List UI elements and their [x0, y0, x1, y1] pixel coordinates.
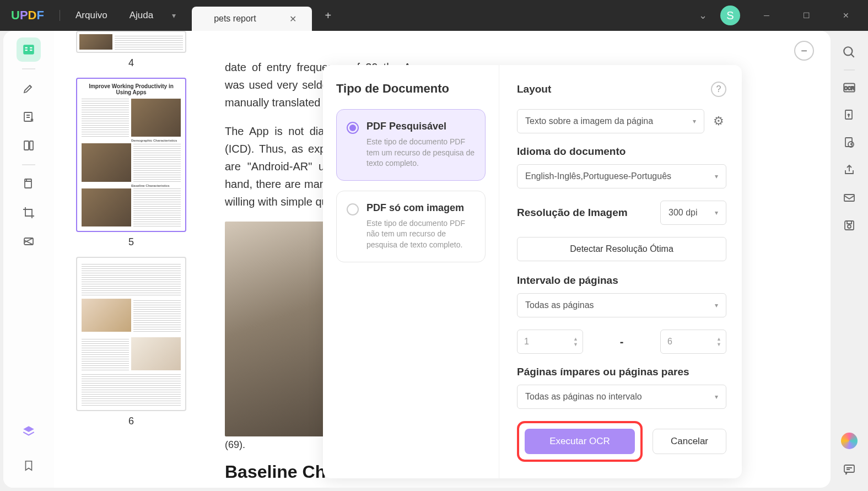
language-select[interactable]: English-Inglês,Portuguese-Português ▾ — [517, 164, 726, 188]
chevron-down-icon: ▾ — [715, 209, 718, 217]
document-tab[interactable]: pets report ✕ — [192, 7, 311, 31]
new-tab-button[interactable]: + — [325, 9, 332, 22]
app-logo: UPDF — [0, 8, 55, 23]
odd-even-label: Páginas ímpares ou páginas pares — [517, 366, 726, 378]
cancel-button[interactable]: Cancelar — [653, 429, 726, 454]
svg-rect-8 — [25, 179, 31, 188]
range-separator: - — [590, 336, 654, 348]
save-icon[interactable] — [839, 215, 860, 236]
svg-rect-0 — [23, 45, 34, 54]
execute-highlight: Executar OCR — [517, 421, 643, 462]
title-bar: UPDF Arquivo Ajuda ▾ pets report ✕ + ⌄ S — [0, 0, 868, 31]
svg-rect-7 — [30, 141, 33, 150]
doc-type-label: Tipo de Documento — [336, 82, 486, 96]
doc-type-searchable[interactable]: PDF Pesquisável Este tipo de documento P… — [336, 109, 486, 181]
chevron-down-icon: ▾ — [715, 393, 718, 401]
protect-icon[interactable] — [839, 132, 860, 153]
svg-rect-18 — [847, 221, 851, 224]
user-avatar[interactable]: S — [720, 6, 740, 25]
gear-icon[interactable]: ⚙ — [711, 114, 726, 129]
crop-tool[interactable] — [17, 201, 41, 225]
menu-dropdown-arrow[interactable]: ▾ — [164, 11, 184, 20]
thumbnail-label: 5 — [65, 236, 197, 248]
svg-rect-1 — [25, 47, 28, 48]
left-toolbar — [3, 31, 54, 488]
thumbnail-page-5[interactable]: Improve Working Productivity in Using Ap… — [65, 78, 197, 248]
page-range-select[interactable]: Todas as páginas ▾ — [517, 293, 726, 317]
resolution-select[interactable]: 300 dpi ▾ — [660, 201, 726, 225]
tab-title: pets report — [214, 14, 256, 24]
organize-tool[interactable] — [17, 172, 41, 196]
svg-rect-5 — [24, 112, 32, 121]
detect-resolution-button[interactable]: Detectar Resolução Ótima — [517, 237, 726, 261]
thumbnail-page-4[interactable]: 4 — [65, 31, 197, 69]
title-menu-chevron[interactable]: ⌄ — [699, 9, 707, 21]
help-icon[interactable]: ? — [711, 82, 726, 97]
convert-icon[interactable] — [839, 105, 860, 126]
bookmark-tool[interactable] — [17, 454, 41, 478]
execute-ocr-button[interactable]: Executar OCR — [525, 429, 635, 454]
svg-rect-6 — [24, 141, 29, 150]
thumbnail-panel: 4 Improve Working Productivity in Using … — [54, 31, 208, 488]
highlighter-tool[interactable] — [17, 76, 41, 100]
doc-type-title: PDF Pesquisável — [366, 121, 475, 132]
odd-even-select[interactable]: Todas as páginas no intervalo ▾ — [517, 385, 726, 409]
range-to-input[interactable]: 6 ▲▼ — [660, 330, 726, 354]
zoom-out-button[interactable]: − — [794, 41, 814, 61]
tab-close-icon[interactable]: ✕ — [289, 14, 296, 24]
reader-tool[interactable] — [17, 37, 41, 62]
thumbnail-page-6[interactable]: 6 — [65, 257, 197, 427]
svg-rect-4 — [30, 50, 32, 51]
window-minimize[interactable] — [753, 11, 780, 20]
menu-help[interactable]: Ajuda — [118, 10, 164, 21]
svg-rect-20 — [844, 465, 854, 472]
language-label: Idioma do documento — [517, 145, 726, 158]
ocr-icon[interactable]: OCR — [839, 77, 860, 98]
page-range-label: Intervalo de páginas — [517, 274, 726, 287]
share-icon[interactable] — [839, 160, 860, 181]
thumbnail-label: 4 — [65, 57, 197, 69]
layout-label: Layout — [517, 83, 704, 95]
window-maximize[interactable] — [793, 11, 820, 20]
edit-tool[interactable] — [17, 105, 41, 129]
comment-icon[interactable] — [839, 459, 860, 480]
menu-file[interactable]: Arquivo — [64, 10, 118, 21]
thumbnail-label: 6 — [65, 416, 197, 427]
ai-assistant-icon[interactable] — [839, 430, 860, 451]
svg-text:OCR: OCR — [844, 85, 854, 91]
svg-rect-16 — [844, 195, 854, 201]
chevron-down-icon: ▾ — [715, 301, 718, 309]
svg-point-10 — [844, 47, 852, 55]
search-icon[interactable] — [839, 42, 860, 63]
chevron-down-icon: ▾ — [715, 172, 718, 180]
layout-select[interactable]: Texto sobre a imagem da página ▾ — [517, 109, 704, 133]
email-icon[interactable] — [839, 187, 860, 208]
right-toolbar: OCR — [831, 31, 868, 491]
resolution-label: Resolução de Imagem — [517, 207, 654, 219]
window-close[interactable] — [833, 11, 859, 20]
svg-rect-3 — [30, 47, 32, 48]
radio-icon — [347, 203, 359, 215]
form-tool[interactable] — [17, 133, 41, 158]
radio-icon — [347, 122, 359, 134]
doc-type-title: PDF só com imagem — [366, 202, 475, 214]
svg-point-19 — [848, 225, 851, 228]
doc-type-desc: Este tipo de documento PDF tem um recurs… — [366, 137, 475, 169]
doc-type-image-only[interactable]: PDF só com imagem Este tipo de documento… — [336, 191, 486, 262]
chevron-down-icon: ▾ — [693, 117, 696, 125]
redact-tool[interactable] — [17, 229, 41, 253]
doc-type-desc: Este tipo de documento PDF não tem um re… — [366, 218, 475, 251]
layers-tool[interactable] — [17, 419, 41, 444]
ocr-panel: Tipo de Documento PDF Pesquisável Este t… — [323, 65, 742, 478]
range-from-input[interactable]: 1 ▲▼ — [517, 330, 583, 354]
svg-rect-2 — [25, 50, 28, 51]
